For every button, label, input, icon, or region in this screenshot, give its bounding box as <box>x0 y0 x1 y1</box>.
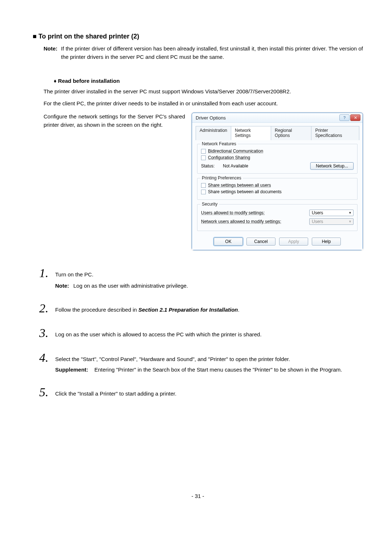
paragraph-2: For the client PC, the printer driver ne… <box>44 100 363 108</box>
group-network-features: Network Features Bidirectional Communica… <box>197 144 358 174</box>
legend-printing-preferences: Printing Preferences <box>200 175 243 181</box>
checkbox-config-sharing[interactable] <box>201 155 206 160</box>
cancel-button[interactable]: Cancel <box>246 238 275 246</box>
dialog-button-row: OK Cancel Apply Help <box>196 235 359 246</box>
step-note-label: Note: <box>55 282 73 290</box>
step-2: 2. Follow the procedure described in Sec… <box>39 302 363 315</box>
step-number: 2. <box>39 302 55 315</box>
label-share-docs: Share settings between all documents <box>208 189 282 194</box>
step-3: 3. Log on as the user which is allowed t… <box>39 327 363 339</box>
checkbox-share-users[interactable] <box>201 183 206 188</box>
sub-bullet: ♦ Read before installation <box>54 78 363 84</box>
step-text: Log on as the user which is allowed to a… <box>55 331 363 339</box>
label-bidirectional: Bidirectional Communication <box>208 149 263 154</box>
step-text: Turn on the PC. <box>55 271 363 279</box>
checkbox-bidirectional[interactable] <box>201 149 206 154</box>
step-text-prefix: Follow the procedure described in <box>55 307 138 313</box>
dialog-tabs: Administration Network Settings Regional… <box>196 126 359 140</box>
checkbox-share-docs[interactable] <box>201 190 206 194</box>
select-users-allowed-value: Users <box>312 210 323 215</box>
step-5: 5. Click the "Install a Printer" to star… <box>39 386 363 398</box>
group-printing-preferences: Printing Preferences Share settings betw… <box>197 178 358 200</box>
help-button[interactable]: Help <box>312 238 341 246</box>
step-4: 4. Select the "Start", "Control Panel", … <box>39 352 363 374</box>
supplement-label: Supplement: <box>55 366 94 374</box>
apply-button[interactable]: Apply <box>279 238 308 246</box>
supplement-text: Entering "Printer" in the Search box of … <box>94 366 363 374</box>
select-network-users-allowed: Users ▼ <box>309 218 354 225</box>
step-number: 3. <box>39 327 55 339</box>
network-setup-button[interactable]: Network Setup... <box>310 162 354 170</box>
ok-button[interactable]: OK <box>214 238 243 246</box>
label-users-allowed: Users allowed to modify settings: <box>201 210 265 215</box>
step-number: 1. <box>39 267 55 279</box>
note-label: Note: <box>44 45 61 61</box>
step-1: 1. Turn on the PC. Note: Log on as the u… <box>39 267 363 290</box>
step-ref: Section 2.1 Preparation for Installation <box>138 307 238 313</box>
chevron-down-icon: ▼ <box>348 211 352 215</box>
section-heading: ■ To print on the shared printer (2) <box>33 33 363 40</box>
page-number: - 31 - <box>33 493 363 499</box>
tab-administration[interactable]: Administration <box>196 126 231 140</box>
status-value: Not Available <box>223 163 305 169</box>
label-config-sharing: Configuration Sharing <box>208 155 250 160</box>
dialog-title: Driver Options <box>196 115 226 121</box>
legend-network-features: Network Features <box>200 141 238 146</box>
step-note-text: Log on as the user with administrative p… <box>73 282 188 290</box>
step-number: 5. <box>39 386 55 398</box>
chevron-down-icon: ▼ <box>348 220 352 223</box>
document-page: ■ To print on the shared printer (2) Not… <box>0 0 392 514</box>
group-security: Security Users allowed to modify setting… <box>197 204 358 231</box>
select-users-allowed[interactable]: Users ▼ <box>309 210 354 216</box>
close-icon[interactable]: ✕ <box>350 114 360 121</box>
tab-network-settings[interactable]: Network Settings <box>231 126 271 140</box>
dialog-titlebar: Driver Options ? ✕ <box>192 113 363 123</box>
step-text: Select the "Start", "Control Panel", "Ha… <box>55 355 363 364</box>
step-number: 4. <box>39 352 55 364</box>
tab-printer-specifications[interactable]: Printer Specifications <box>311 126 359 140</box>
note-text: If the printer driver of different versi… <box>61 45 363 61</box>
sub-bullet-text: Read before installation <box>58 78 120 84</box>
select-network-users-allowed-value: Users <box>312 219 323 224</box>
label-share-users: Share settings between all users <box>208 183 271 188</box>
status-label: Status: <box>201 163 218 169</box>
diamond-icon: ♦ <box>54 78 57 84</box>
label-network-users-allowed: Network users allowed to modify settings… <box>201 219 281 224</box>
note-block: Note: If the printer driver of different… <box>44 45 363 61</box>
config-instruction: Configure the network settings for the S… <box>44 113 185 250</box>
step-text: Click the "Install a Printer" to start a… <box>55 390 363 398</box>
legend-security: Security <box>200 202 219 207</box>
paragraph-1: The printer driver installed in the serv… <box>44 88 363 96</box>
steps-list: 1. Turn on the PC. Note: Log on as the u… <box>39 267 363 398</box>
tab-regional-options[interactable]: Regional Options <box>271 126 311 140</box>
help-icon[interactable]: ? <box>339 114 350 121</box>
section-title-text: To print on the shared printer (2) <box>38 33 139 40</box>
driver-options-dialog: Driver Options ? ✕ Administration Networ… <box>192 113 363 250</box>
section-bullet: ■ <box>33 33 37 40</box>
step-text-suffix: . <box>238 307 240 313</box>
